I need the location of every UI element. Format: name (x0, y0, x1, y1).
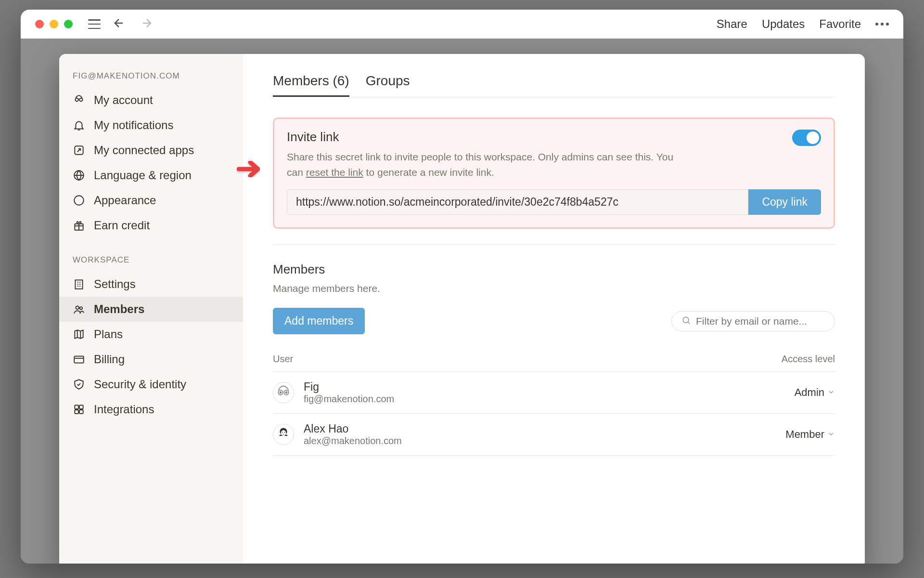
sidebar-item-security[interactable]: Security & identity (59, 372, 243, 397)
invite-link-section: Invite link Share this secret link to in… (273, 118, 835, 229)
sidebar-item-plans[interactable]: Plans (59, 322, 243, 347)
svg-point-0 (75, 98, 78, 102)
avatar (273, 424, 294, 445)
col-access-level: Access level (782, 354, 835, 365)
col-user: User (273, 354, 293, 365)
sidebar-item-my-account[interactable]: My account (59, 88, 243, 113)
sidebar-item-label: My connected apps (94, 144, 194, 157)
titlebar-right: Share Updates Favorite (717, 17, 889, 31)
sidebar-item-notifications[interactable]: My notifications (59, 113, 243, 138)
sidebar-item-label: Settings (94, 277, 136, 291)
moon-icon (73, 194, 85, 207)
grid-icon (73, 403, 85, 416)
filter-input[interactable] (696, 315, 825, 327)
access-level-dropdown[interactable]: Admin (795, 386, 835, 399)
zoom-window-button[interactable] (64, 20, 73, 28)
sidebar-item-billing[interactable]: Billing (59, 347, 243, 372)
close-window-button[interactable] (35, 20, 44, 28)
invite-link-toggle[interactable] (792, 130, 821, 146)
share-button[interactable]: Share (717, 17, 747, 31)
search-icon (681, 315, 691, 327)
map-icon (73, 328, 85, 341)
sidebar-item-settings[interactable]: Settings (59, 272, 243, 297)
svg-point-7 (76, 306, 79, 310)
invite-link-input[interactable] (287, 189, 748, 215)
svg-point-19 (281, 430, 286, 436)
access-level-dropdown[interactable]: Member (785, 428, 835, 441)
sidebar-item-label: Plans (94, 328, 123, 341)
filter-input-wrapper[interactable] (671, 311, 835, 331)
user-name: Alex Hao (304, 422, 402, 435)
titlebar: Share Updates Favorite (21, 10, 903, 39)
svg-rect-12 (75, 410, 78, 414)
bell-icon (73, 119, 85, 131)
svg-rect-10 (75, 405, 78, 409)
sidebar-item-label: My account (94, 93, 153, 107)
svg-point-17 (280, 392, 282, 394)
hamburger-menu-icon[interactable] (88, 19, 101, 29)
chevron-down-icon (827, 386, 835, 399)
gift-icon (73, 219, 85, 232)
sidebar-item-appearance[interactable]: Appearance (59, 188, 243, 213)
sidebar-account-header: FIG@MAKENOTION.COM (59, 71, 243, 88)
sidebar-workspace-header: WORKSPACE (59, 255, 243, 272)
sidebar-item-label: Members (94, 302, 144, 316)
svg-rect-11 (79, 405, 83, 409)
shield-icon (73, 378, 85, 391)
avatar-icon (73, 94, 85, 106)
callout-arrow-icon (237, 158, 266, 183)
sidebar-item-members[interactable]: Members (59, 297, 243, 322)
credit-card-icon (73, 353, 85, 366)
sidebar-item-language[interactable]: Language & region (59, 163, 243, 188)
sidebar-item-connected-apps[interactable]: My connected apps (59, 138, 243, 163)
sidebar-item-label: Earn credit (94, 219, 150, 232)
people-icon (73, 303, 85, 315)
members-section: Members Manage members here. Add members… (273, 262, 835, 456)
members-table-header: User Access level (273, 342, 835, 372)
favorite-button[interactable]: Favorite (819, 17, 861, 31)
tab-members[interactable]: Members (6) (273, 73, 349, 97)
chevron-down-icon (827, 428, 835, 441)
settings-sidebar: FIG@MAKENOTION.COM My account My notific… (59, 54, 243, 564)
sidebar-item-label: Appearance (94, 194, 156, 207)
add-members-button[interactable]: Add members (273, 308, 365, 334)
reset-link[interactable]: reset the link (306, 167, 363, 178)
members-subtitle: Manage members here. (273, 283, 835, 294)
avatar (273, 382, 294, 403)
window-controls (35, 20, 73, 28)
forward-button (137, 16, 156, 32)
external-link-icon (73, 144, 85, 157)
sidebar-item-integrations[interactable]: Integrations (59, 397, 243, 422)
minimize-window-button[interactable] (50, 20, 58, 28)
globe-icon (73, 169, 85, 182)
svg-point-21 (284, 432, 285, 433)
svg-rect-13 (79, 410, 83, 414)
updates-button[interactable]: Updates (762, 17, 805, 31)
sidebar-item-label: Language & region (94, 169, 192, 182)
svg-point-4 (74, 196, 84, 205)
svg-rect-9 (74, 356, 84, 363)
copy-link-button[interactable]: Copy link (748, 189, 821, 215)
svg-point-8 (80, 307, 82, 309)
user-email: alex@makenotion.com (304, 435, 402, 447)
svg-point-1 (79, 98, 83, 102)
workspace-area: FIG@MAKENOTION.COM My account My notific… (21, 39, 903, 564)
svg-point-20 (282, 432, 283, 433)
sidebar-item-label: My notifications (94, 118, 173, 132)
content-tabs: Members (6) Groups (273, 73, 835, 97)
more-icon[interactable] (875, 23, 889, 26)
settings-content: Members (6) Groups Invite link Share thi… (243, 54, 865, 564)
svg-point-18 (286, 392, 287, 394)
table-row: Fig fig@makenotion.com Admin (273, 372, 835, 414)
sidebar-item-label: Integrations (94, 403, 154, 416)
sidebar-item-earn-credit[interactable]: Earn credit (59, 213, 243, 238)
building-icon (73, 278, 85, 290)
back-button[interactable] (109, 16, 128, 32)
invite-link-row: Copy link (287, 189, 821, 215)
svg-rect-6 (75, 280, 82, 289)
table-row: Alex Hao alex@makenotion.com Member (273, 414, 835, 456)
invite-link-title: Invite link (287, 130, 681, 144)
tab-groups[interactable]: Groups (366, 73, 410, 97)
user-name: Fig (304, 381, 394, 394)
members-title: Members (273, 262, 835, 277)
